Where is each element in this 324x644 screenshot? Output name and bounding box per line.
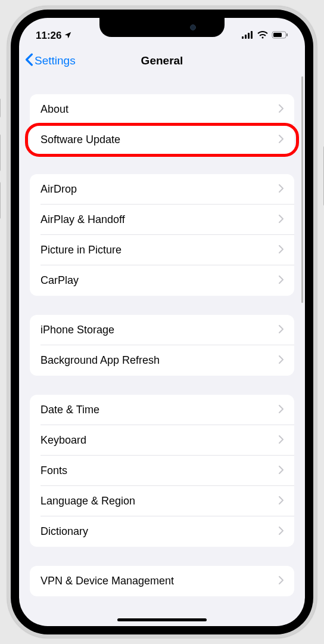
wifi-icon: [257, 30, 268, 42]
chevron-right-icon: [279, 496, 284, 507]
status-time: 11:26: [36, 30, 61, 42]
row-vpn-device-management[interactable]: VPN & Device Management: [30, 566, 294, 596]
chevron-right-icon: [279, 135, 284, 145]
row-label: About: [40, 103, 68, 116]
row-label: Picture in Picture: [40, 244, 122, 256]
row-label: Background App Refresh: [40, 354, 160, 367]
row-label: Software Update: [40, 134, 120, 146]
chevron-right-icon: [279, 215, 284, 225]
battery-icon: [272, 30, 288, 42]
row-dictionary[interactable]: Dictionary: [30, 516, 294, 547]
back-label: Settings: [35, 54, 76, 67]
row-label: Keyboard: [40, 434, 86, 447]
settings-group: AirDropAirPlay & HandoffPicture in Pictu…: [30, 174, 294, 296]
row-label: Fonts: [40, 465, 67, 477]
row-keyboard[interactable]: Keyboard: [30, 425, 294, 456]
chevron-right-icon: [279, 355, 284, 366]
row-picture-in-picture[interactable]: Picture in Picture: [30, 235, 294, 265]
chevron-right-icon: [279, 245, 284, 256]
content-scroll[interactable]: AboutSoftware UpdateAirDropAirPlay & Han…: [19, 75, 305, 615]
phone-bezel: 11:26: [11, 10, 313, 634]
volume-up-button: [0, 134, 1, 171]
chevron-right-icon: [279, 104, 284, 115]
nav-bar: Settings General: [19, 47, 305, 75]
svg-rect-2: [248, 33, 250, 39]
svg-rect-3: [251, 31, 253, 39]
row-label: Language & Region: [40, 495, 135, 507]
chevron-right-icon: [279, 405, 284, 416]
cellular-icon: [242, 30, 254, 42]
volume-down-button: [0, 182, 1, 219]
settings-group: AboutSoftware Update: [30, 94, 294, 155]
row-software-update[interactable]: Software Update: [30, 125, 294, 155]
row-label: AirPlay & Handoff: [40, 213, 125, 226]
row-language-region[interactable]: Language & Region: [30, 486, 294, 516]
row-airdrop[interactable]: AirDrop: [30, 174, 294, 205]
row-label: CarPlay: [40, 274, 79, 287]
row-label: VPN & Device Management: [40, 575, 174, 587]
row-label: AirDrop: [40, 183, 77, 196]
svg-rect-5: [273, 33, 282, 37]
row-background-app-refresh[interactable]: Background App Refresh: [30, 345, 294, 376]
back-button[interactable]: Settings: [25, 53, 76, 69]
chevron-right-icon: [279, 435, 284, 446]
front-camera: [190, 24, 196, 30]
location-icon: [64, 31, 72, 41]
row-fonts[interactable]: Fonts: [30, 456, 294, 486]
svg-rect-1: [245, 35, 247, 39]
row-airplay-handoff[interactable]: AirPlay & Handoff: [30, 205, 294, 235]
svg-rect-6: [286, 33, 288, 36]
phone-frame: 11:26: [7, 6, 317, 638]
row-label: Dictionary: [40, 525, 88, 538]
row-about[interactable]: About: [30, 94, 294, 125]
chevron-right-icon: [279, 527, 284, 537]
row-iphone-storage[interactable]: iPhone Storage: [30, 315, 294, 345]
chevron-right-icon: [279, 184, 284, 195]
row-date-time[interactable]: Date & Time: [30, 395, 294, 425]
screen: 11:26: [19, 18, 305, 626]
status-left: 11:26: [36, 30, 72, 42]
scroll-indicator: [301, 76, 303, 303]
settings-group: iPhone StorageBackground App Refresh: [30, 315, 294, 376]
notch: [99, 18, 225, 37]
silence-switch: [0, 98, 1, 117]
home-indicator[interactable]: [117, 618, 207, 621]
page-title: General: [141, 54, 183, 67]
chevron-right-icon: [279, 576, 284, 587]
svg-rect-0: [242, 36, 244, 39]
row-carplay[interactable]: CarPlay: [30, 265, 294, 296]
row-label: iPhone Storage: [40, 324, 114, 336]
chevron-right-icon: [279, 466, 284, 476]
row-label: Date & Time: [40, 404, 99, 416]
settings-group: VPN & Device Management: [30, 566, 294, 596]
status-right: [242, 30, 288, 42]
chevron-right-icon: [279, 325, 284, 336]
settings-group: Date & TimeKeyboardFontsLanguage & Regio…: [30, 395, 294, 547]
chevron-right-icon: [279, 275, 284, 286]
chevron-left-icon: [25, 53, 33, 69]
